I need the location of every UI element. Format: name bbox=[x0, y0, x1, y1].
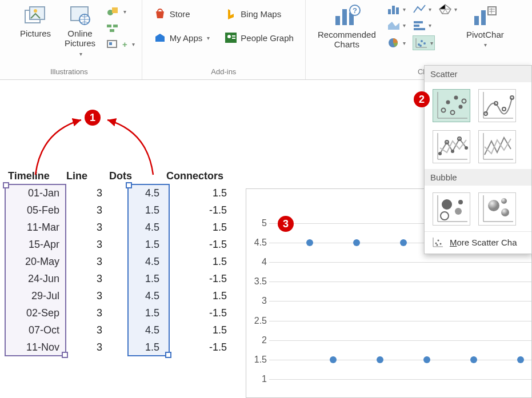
cell[interactable]: 1.5 bbox=[163, 287, 230, 304]
chart-bar-button[interactable]: ▾ bbox=[387, 3, 406, 15]
shapes-icon bbox=[106, 6, 119, 17]
svg-rect-16 bbox=[232, 38, 235, 39]
svg-rect-35 bbox=[474, 16, 479, 25]
annotation-badge-2: 2 bbox=[414, 91, 430, 107]
chart-line-button[interactable]: ▾ bbox=[413, 3, 431, 15]
bubble-type-2d[interactable] bbox=[433, 192, 470, 226]
chart-area-button[interactable]: ▾ bbox=[387, 19, 406, 31]
cell[interactable]: 1.5 bbox=[163, 219, 230, 236]
svg-point-14 bbox=[227, 35, 231, 38]
chevron-down-icon: ▾ bbox=[79, 51, 82, 57]
scatter-type-straight[interactable] bbox=[478, 130, 516, 163]
chart-radar-button[interactable]: ▾ bbox=[438, 3, 457, 15]
svg-rect-11 bbox=[109, 42, 112, 45]
cell[interactable]: 3 bbox=[63, 287, 106, 304]
bingmaps-button[interactable]: Bing Maps bbox=[222, 7, 296, 21]
pictures-button[interactable]: Pictures bbox=[15, 2, 56, 38]
cell[interactable]: 07-Oct bbox=[5, 321, 63, 339]
store-button[interactable]: Store bbox=[151, 7, 213, 21]
table-row[interactable]: 15-Apr31.5-1.5 bbox=[5, 236, 230, 253]
chart-pie-button[interactable]: ▾ bbox=[387, 37, 406, 49]
cell[interactable]: 3 bbox=[63, 219, 106, 236]
cell[interactable]: 4.5 bbox=[106, 184, 163, 202]
cell[interactable]: 15-Apr bbox=[5, 236, 63, 253]
data-point bbox=[306, 239, 313, 246]
shapes-button[interactable]: ▾ bbox=[104, 5, 137, 18]
svg-rect-15 bbox=[232, 35, 235, 37]
table-row[interactable]: 05-Feb31.5-1.5 bbox=[5, 202, 230, 219]
cell[interactable]: 3 bbox=[63, 339, 106, 356]
cell[interactable]: -1.5 bbox=[163, 202, 230, 219]
svg-rect-6 bbox=[112, 7, 118, 13]
svg-point-41 bbox=[446, 100, 450, 104]
cell[interactable]: 3 bbox=[63, 236, 106, 253]
cell[interactable]: 3 bbox=[63, 321, 106, 339]
chart-scatter-button[interactable]: ▾ bbox=[413, 35, 435, 50]
scatter-type-straight-markers[interactable] bbox=[433, 130, 470, 163]
bubble-heading: Bubble bbox=[425, 169, 531, 186]
cell[interactable]: 1.5 bbox=[163, 321, 230, 339]
cell[interactable]: 4.5 bbox=[106, 287, 163, 304]
cell[interactable]: -1.5 bbox=[163, 236, 230, 253]
pivotchart-button[interactable]: PivotChar ▾ bbox=[461, 2, 510, 48]
cell[interactable]: 4.5 bbox=[106, 219, 163, 236]
cell[interactable]: 11-Nov bbox=[5, 339, 63, 356]
table-row[interactable]: 02-Sep31.5-1.5 bbox=[5, 304, 230, 321]
scatter-type-markers[interactable] bbox=[433, 89, 470, 122]
table-row[interactable]: 11-Mar34.51.5 bbox=[5, 219, 230, 236]
line-chart-icon bbox=[413, 3, 426, 15]
cell[interactable]: 3 bbox=[63, 184, 106, 202]
cell[interactable]: 1.5 bbox=[106, 236, 163, 253]
cell[interactable]: 02-Sep bbox=[5, 304, 63, 321]
pivotchart-label: PivotChar bbox=[466, 30, 504, 39]
cell[interactable]: 3 bbox=[63, 304, 106, 321]
table-row[interactable]: 24-Jun31.5-1.5 bbox=[5, 270, 230, 287]
cell[interactable]: 05-Feb bbox=[5, 202, 63, 219]
cell[interactable]: 11-Mar bbox=[5, 219, 63, 236]
cell[interactable]: 1.5 bbox=[106, 202, 163, 219]
table-row[interactable]: 01-Jan34.51.5 bbox=[5, 184, 230, 202]
data-point bbox=[400, 239, 407, 246]
scatter-type-smooth-markers[interactable] bbox=[478, 89, 516, 122]
screenshot-button[interactable]: +▾ bbox=[104, 38, 137, 50]
svg-point-50 bbox=[502, 107, 506, 111]
cell[interactable]: 1.5 bbox=[106, 304, 163, 321]
recommended-charts-button[interactable]: ? Recommended Charts bbox=[310, 2, 383, 50]
cell[interactable]: 24-Jun bbox=[5, 270, 63, 287]
cell[interactable]: 4.5 bbox=[106, 321, 163, 339]
chevron-down-icon: ▾ bbox=[484, 42, 487, 48]
cell[interactable]: 01-Jan bbox=[5, 184, 63, 202]
data-point bbox=[377, 356, 383, 363]
myapps-button[interactable]: My Apps ▾ bbox=[151, 31, 213, 45]
cell[interactable]: 3 bbox=[63, 253, 106, 270]
more-scatter-charts[interactable]: More Scatter Cha bbox=[425, 231, 531, 254]
online-pictures-button[interactable]: Online Pictures ▾ bbox=[59, 2, 101, 57]
svg-rect-17 bbox=[335, 16, 340, 25]
cell[interactable]: -1.5 bbox=[163, 270, 230, 287]
table-row[interactable]: 11-Nov31.5-1.5 bbox=[5, 339, 230, 356]
bubble-type-3d[interactable] bbox=[478, 192, 516, 226]
cell[interactable]: 1.5 bbox=[106, 339, 163, 356]
cell[interactable]: 20-May bbox=[5, 253, 63, 270]
smartart-button[interactable] bbox=[104, 22, 137, 34]
table-row[interactable]: 29-Jul34.51.5 bbox=[5, 287, 230, 304]
cell[interactable]: -1.5 bbox=[163, 339, 230, 356]
cell[interactable]: 3 bbox=[63, 202, 106, 219]
table-row[interactable]: 20-May34.51.5 bbox=[5, 253, 230, 270]
y-tick: 2 bbox=[247, 335, 267, 345]
cell[interactable]: 1.5 bbox=[163, 253, 230, 270]
cell[interactable]: -1.5 bbox=[163, 304, 230, 321]
annotation-badge-3: 3 bbox=[278, 216, 294, 232]
svg-point-77 bbox=[437, 244, 438, 246]
cell[interactable]: 4.5 bbox=[106, 253, 163, 270]
cell[interactable]: 1.5 bbox=[163, 184, 230, 202]
radar-chart-icon bbox=[438, 3, 452, 15]
cell[interactable]: 29-Jul bbox=[5, 287, 63, 304]
cell[interactable]: 1.5 bbox=[106, 270, 163, 287]
cell[interactable]: 3 bbox=[63, 270, 106, 287]
table-row[interactable]: 07-Oct34.51.5 bbox=[5, 321, 230, 339]
myapps-icon bbox=[154, 32, 166, 43]
peoplegraph-button[interactable]: People Graph bbox=[222, 31, 296, 45]
chart-hbar-button[interactable]: ▾ bbox=[413, 19, 431, 31]
y-tick: 2.5 bbox=[247, 316, 267, 326]
